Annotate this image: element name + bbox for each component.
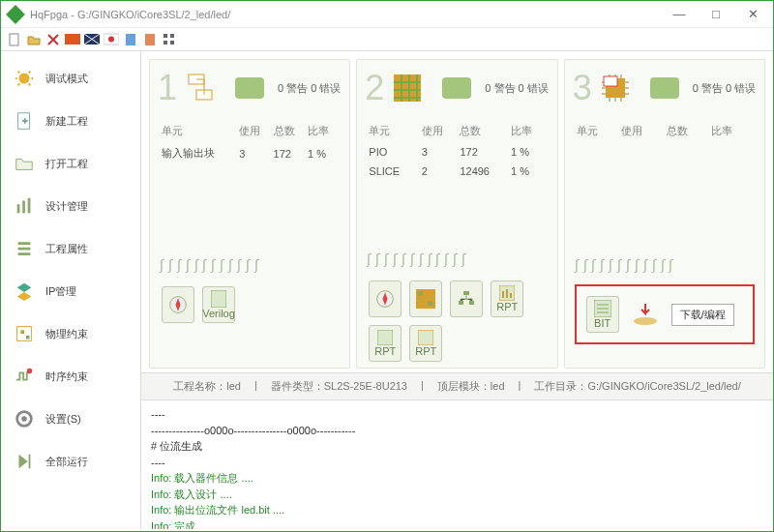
compass-icon[interactable]	[369, 281, 402, 317]
sidebar-label: IP管理	[45, 284, 76, 299]
svg-rect-0	[10, 34, 18, 45]
sidebar-item-debug[interactable]: 调试模式	[1, 57, 140, 100]
doc-icon[interactable]	[123, 32, 138, 47]
sidebar-label: 打开工程	[45, 157, 88, 171]
sidebar-item-new[interactable]: 新建工程	[1, 100, 140, 142]
book-icon[interactable]	[142, 32, 158, 47]
log-line: Info: 载入器件信息 ....	[151, 470, 763, 487]
svg-rect-1	[65, 34, 80, 44]
svg-rect-18	[26, 336, 30, 340]
warn-text: 0 警告 0 错误	[693, 81, 756, 96]
chip-icon	[598, 71, 633, 105]
flag-jp-icon[interactable]	[104, 32, 119, 47]
stage-number: 1	[158, 68, 177, 108]
tree-icon[interactable]	[450, 281, 483, 317]
bit-file-icon[interactable]: BIT	[586, 296, 619, 333]
title-bar: HqFpga - G:/GINGKO/iCore3SL/2_led/led/ —…	[1, 1, 773, 28]
sidebar-item-design[interactable]: 设计管理	[1, 185, 140, 227]
file-plus-icon	[13, 109, 36, 133]
synth-icon	[183, 71, 218, 105]
spiral-divider: ʃ ʃ ʃ ʃ ʃ ʃ ʃ ʃ ʃ ʃ ʃ ʃ	[150, 250, 349, 281]
svg-point-44	[634, 317, 657, 325]
rpt-file-icon[interactable]: RPT	[369, 325, 402, 362]
stage-3: 3 0 警告 0 错误 单元使用总数比率 ʃ ʃ ʃ ʃ ʃ ʃ ʃ ʃ ʃ ʃ…	[564, 59, 765, 369]
stage-1: 1 0 警告 0 错误 单元 使用 总数 比率 输入输出块31721 %	[149, 59, 350, 369]
sidebar-item-runall[interactable]: 全部运行	[1, 440, 140, 483]
log-line: ---------------o000o---------------o000o…	[151, 423, 763, 439]
sidebar-item-ip[interactable]: IP管理	[1, 270, 140, 312]
grid-icon[interactable]	[162, 32, 177, 47]
sidebar-label: 新建工程	[45, 114, 88, 129]
sidebar-item-phys[interactable]: 物理约束	[1, 312, 140, 355]
log-panel[interactable]: ---- ---------------o000o---------------…	[141, 400, 773, 529]
toolbar	[1, 28, 773, 51]
stage-2: 2 0 警告 0 错误 单元使用总数比率 PIO31721 % SLICE212…	[356, 59, 557, 369]
stage-3-table: 单元使用总数比率	[565, 116, 764, 146]
warn-text: 0 警告 0 错误	[278, 81, 341, 96]
window-title: HqFpga - G:/GINGKO/iCore3SL/2_led/led/	[30, 9, 667, 20]
table-row: 输入输出块31721 %	[160, 142, 340, 164]
download-tooltip: 下载/编程	[671, 304, 734, 326]
sidebar-label: 时序约束	[45, 369, 88, 384]
sidebar-item-timing[interactable]: 时序约束	[1, 355, 140, 398]
svg-point-11	[19, 74, 30, 84]
svg-rect-6	[145, 34, 155, 45]
info-bar: 工程名称：led| 器件类型：SL2S-25E-8U213| 顶层模块：led|…	[141, 372, 773, 400]
compass-icon[interactable]	[162, 286, 194, 323]
sidebar-label: 设置(S)	[45, 412, 81, 427]
svg-rect-9	[164, 41, 167, 44]
table-row: SLICE2124961 %	[367, 162, 547, 181]
download-icon[interactable]	[629, 296, 662, 333]
rpt-file-icon[interactable]: RPT	[409, 325, 442, 362]
flag-uk-icon[interactable]	[84, 32, 100, 47]
close-button[interactable]: ✕	[740, 7, 765, 21]
stage-number: 3	[573, 68, 592, 108]
svg-rect-17	[20, 330, 24, 334]
svg-rect-15	[28, 198, 31, 214]
sidebar-item-settings[interactable]: 设置(S)	[1, 398, 140, 440]
log-line: # 位流生成	[151, 438, 763, 455]
sidebar-item-open[interactable]: 打开工程	[1, 142, 140, 185]
minimize-button[interactable]: —	[667, 7, 692, 21]
open-icon[interactable]	[26, 32, 42, 47]
table-row: PIO31721 %	[367, 142, 547, 162]
grid-result-icon[interactable]	[409, 281, 442, 317]
warn-text: 0 警告 0 错误	[485, 81, 548, 96]
timing-icon	[13, 365, 36, 388]
log-line: Info: 载入设计 ....	[151, 487, 763, 503]
svg-rect-40	[418, 330, 433, 345]
sidebar: 调试模式 新建工程 打开工程 设计管理 工程属性 IP管理 物理约束 时序约束 …	[1, 51, 141, 529]
delete-icon[interactable]	[45, 32, 61, 47]
bars-icon	[13, 194, 36, 218]
svg-rect-5	[126, 34, 135, 45]
new-icon[interactable]	[7, 32, 22, 47]
svg-rect-34	[469, 301, 474, 305]
sidebar-label: 物理约束	[45, 327, 88, 341]
svg-point-21	[21, 416, 27, 422]
svg-rect-30	[418, 291, 423, 296]
stage-1-table: 单元 使用 总数 比率 输入输出块31721 %	[150, 116, 349, 168]
sidebar-label: 设计管理	[45, 199, 88, 214]
gear-icon	[13, 407, 36, 430]
svg-rect-38	[510, 293, 512, 298]
verilog-file-icon[interactable]: Verilog	[202, 286, 235, 323]
svg-rect-13	[17, 204, 20, 213]
spiral-divider: ʃ ʃ ʃ ʃ ʃ ʃ ʃ ʃ ʃ ʃ ʃ ʃ	[357, 244, 556, 275]
maximize-button[interactable]: □	[703, 7, 729, 21]
place-icon	[390, 71, 425, 105]
svg-rect-22	[29, 455, 31, 469]
physical-icon	[13, 322, 36, 345]
svg-rect-7	[164, 34, 167, 38]
stage-2-table: 单元使用总数比率 PIO31721 % SLICE2124961 %	[357, 116, 556, 185]
rpt-file-icon[interactable]: RPT	[491, 281, 523, 317]
sidebar-label: 全部运行	[45, 455, 88, 469]
svg-rect-42	[604, 76, 617, 86]
sidebar-item-props[interactable]: 工程属性	[1, 227, 140, 270]
log-line: ----	[151, 406, 763, 423]
sidebar-label: 工程属性	[45, 242, 88, 256]
log-line: Info: 完成.	[151, 518, 763, 530]
download-program-box: BIT 下载/编程	[575, 284, 755, 344]
svg-rect-26	[211, 290, 226, 308]
svg-rect-33	[459, 301, 463, 305]
flag-cn-icon[interactable]	[65, 32, 80, 47]
